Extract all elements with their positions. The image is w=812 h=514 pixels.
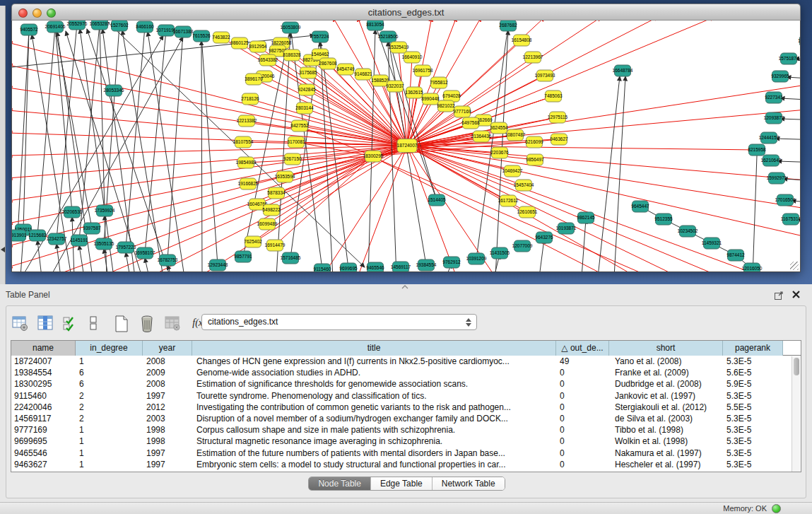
delete-table-icon[interactable] bbox=[138, 314, 156, 332]
graph-edge[interactable] bbox=[407, 146, 800, 209]
graph-node[interactable]: 14569117 bbox=[391, 262, 411, 272]
graph-node[interactable]: 17359924 bbox=[95, 205, 115, 216]
graph-edge[interactable] bbox=[307, 90, 407, 146]
graph-node[interactable]: 18107554 bbox=[233, 136, 254, 148]
graph-node[interactable]: 12342757 bbox=[47, 233, 67, 245]
graph-node[interactable]: 9267150 bbox=[283, 153, 302, 165]
graph-edge[interactable] bbox=[780, 98, 800, 100]
graph-node[interactable]: 10807487 bbox=[505, 129, 526, 141]
graph-node[interactable]: 9821022 bbox=[437, 100, 455, 112]
graph-edge[interactable] bbox=[12, 146, 407, 246]
graph-node[interactable]: 11459321 bbox=[702, 238, 722, 249]
graph-node[interactable]: 2803144 bbox=[295, 103, 314, 114]
graph-node[interactable]: 13505135 bbox=[94, 238, 114, 250]
table-row[interactable]: 977716911998Corpus callosum shape and si… bbox=[11, 424, 801, 436]
graph-node[interactable]: 11675314 bbox=[781, 214, 800, 225]
graph-node[interactable]: 20552976 bbox=[67, 21, 88, 30]
graph-node[interactable]: 16172612 bbox=[498, 195, 519, 206]
scrollbar-thumb[interactable] bbox=[794, 358, 799, 375]
column-header-pagerank[interactable]: pagerank bbox=[723, 341, 783, 356]
graph-node[interactable]: 3913901 bbox=[12, 230, 27, 241]
graph-node[interactable]: 9405572 bbox=[20, 24, 38, 35]
graph-node[interactable]: 15751874 bbox=[779, 53, 799, 64]
graph-node[interactable]: 6497568 bbox=[461, 117, 480, 129]
graph-node[interactable]: 9512355 bbox=[654, 214, 673, 225]
table-settings-icon[interactable] bbox=[11, 314, 29, 332]
new-table-icon[interactable] bbox=[112, 314, 131, 332]
graph-node[interactable]: 9146821 bbox=[354, 69, 372, 80]
graph-node[interactable]: 17016504 bbox=[775, 194, 796, 206]
close-panel-icon[interactable] bbox=[792, 289, 801, 298]
graph-node[interactable]: 8454749 bbox=[336, 64, 355, 75]
graph-node[interactable]: 28053346 bbox=[104, 85, 124, 96]
graph-node[interactable]: 1215682 bbox=[28, 230, 47, 241]
graph-node[interactable]: 9329965 bbox=[771, 71, 789, 82]
graph-node[interactable]: 9856497 bbox=[526, 154, 544, 165]
graph-edge[interactable] bbox=[37, 240, 42, 272]
graph-node[interactable]: 16099489 bbox=[257, 218, 278, 230]
graph-node[interactable]: 9874412 bbox=[726, 250, 745, 261]
graph-edge[interactable] bbox=[167, 32, 183, 260]
graph-node[interactable]: 5498222 bbox=[262, 204, 281, 216]
row-height-icon[interactable] bbox=[87, 314, 105, 332]
graph-node[interactable]: 7615526 bbox=[192, 30, 211, 42]
graph-node[interactable]: 3896170 bbox=[245, 74, 263, 85]
graph-node[interactable]: 12923448 bbox=[208, 259, 228, 271]
graph-node[interactable]: 7955812 bbox=[430, 77, 448, 88]
graph-node[interactable]: 7463822 bbox=[212, 32, 230, 43]
graph-node[interactable]: 8813054 bbox=[366, 21, 384, 30]
table-row[interactable]: 1938455462009Genome-wide association stu… bbox=[11, 367, 801, 378]
graph-node[interactable]: 10469427 bbox=[502, 165, 523, 177]
graph-node[interactable]: 9465546 bbox=[366, 262, 384, 272]
graph-edge[interactable] bbox=[12, 65, 407, 146]
graph-node[interactable]: 3175685 bbox=[299, 67, 317, 78]
graph-edge[interactable] bbox=[407, 146, 800, 180]
network-window-titlebar[interactable]: citations_edges.txt bbox=[11, 4, 801, 21]
graph-node[interactable]: 8427552 bbox=[290, 120, 309, 132]
column-header-short[interactable]: short bbox=[609, 341, 723, 356]
table-selector-dropdown[interactable]: citations_edges.txt bbox=[201, 314, 477, 330]
vertical-scrollbar[interactable] bbox=[792, 356, 800, 472]
window-resize-grip[interactable] bbox=[790, 262, 799, 270]
graph-node[interactable]: 15457404 bbox=[514, 180, 534, 191]
graph-node[interactable]: 11173004 bbox=[798, 35, 800, 47]
import-table-icon[interactable] bbox=[163, 314, 182, 332]
graph-node[interactable]: 15716485 bbox=[281, 252, 301, 264]
column-header-name[interactable]: name bbox=[11, 341, 76, 356]
graph-node[interactable]: 2203676 bbox=[490, 147, 509, 158]
graph-node[interactable]: 19166825 bbox=[238, 178, 259, 189]
graph-node[interactable]: 9860125 bbox=[230, 37, 249, 49]
graph-node[interactable]: 2867608 bbox=[319, 58, 337, 69]
graph-node[interactable]: 16958107 bbox=[135, 247, 155, 259]
graph-edge[interactable] bbox=[407, 146, 457, 272]
graph-node[interactable]: 15992971 bbox=[767, 173, 787, 184]
graph-node[interactable]: 19384554 bbox=[416, 259, 437, 271]
graph-node[interactable]: 7625402 bbox=[244, 236, 262, 247]
graph-node[interactable]: 9777169 bbox=[453, 106, 471, 117]
column-chooser-icon[interactable] bbox=[36, 314, 54, 332]
graph-node[interactable]: 1514405 bbox=[428, 194, 446, 206]
table-row[interactable]: 969969511998Structural magnetic resonanc… bbox=[11, 436, 801, 447]
tab-edge-table[interactable]: Edge Table bbox=[371, 477, 433, 490]
graph-edge[interactable] bbox=[126, 252, 130, 272]
tab-node-table[interactable]: Node Table bbox=[309, 477, 371, 490]
graph-node[interactable]: 12213382 bbox=[237, 115, 257, 127]
table-row[interactable]: 1456911722003Disruption of a novel membe… bbox=[11, 413, 801, 424]
graph-edge[interactable] bbox=[407, 21, 714, 146]
graph-edge[interactable] bbox=[87, 29, 170, 272]
graph-node[interactable]: 10234502 bbox=[678, 226, 698, 237]
graph-node[interactable]: 12077009 bbox=[512, 240, 533, 252]
graph-node[interactable]: 12444157 bbox=[759, 132, 779, 144]
graph-node[interactable]: 16353594 bbox=[275, 171, 295, 182]
graph-node[interactable]: 2687682 bbox=[499, 21, 517, 31]
column-header-in_degree[interactable]: in_degree bbox=[76, 341, 143, 356]
graph-edge[interactable] bbox=[79, 245, 84, 272]
graph-edge[interactable] bbox=[201, 41, 202, 272]
graph-node[interactable]: 12975115 bbox=[548, 112, 568, 123]
graph-node[interactable]: 9397587 bbox=[83, 223, 101, 234]
graph-node[interactable]: 12213967 bbox=[523, 52, 543, 63]
table-row[interactable]: 946554611997Estimation of the future num… bbox=[11, 448, 801, 459]
graph-node[interactable]: 18300295 bbox=[363, 151, 384, 162]
graph-node[interactable]: 12610651 bbox=[517, 206, 538, 218]
column-header-year[interactable]: year bbox=[143, 341, 192, 356]
